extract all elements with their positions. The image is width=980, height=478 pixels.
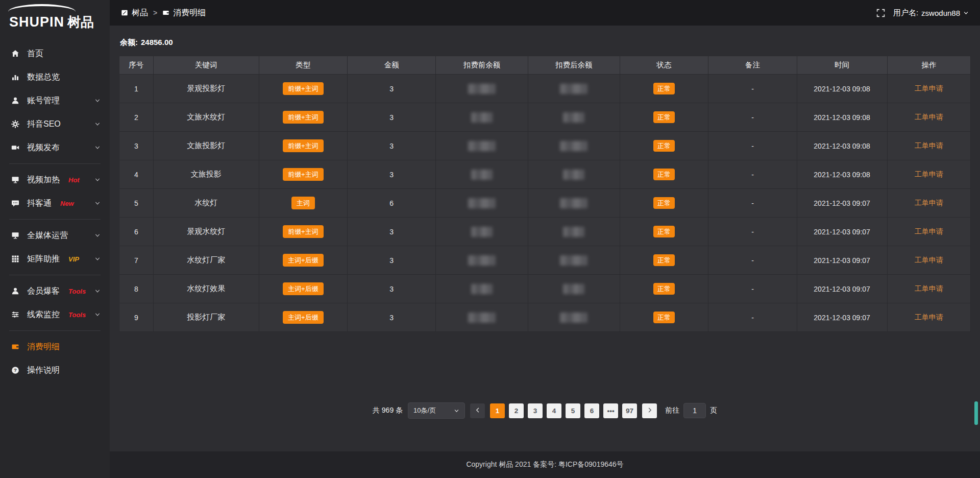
- type-badge: 前缀+主词: [283, 168, 324, 181]
- ticket-apply-link[interactable]: 工单申请: [915, 170, 943, 178]
- ticket-apply-link[interactable]: 工单申请: [915, 84, 943, 92]
- goto-page-input[interactable]: [683, 403, 706, 418]
- cell-remark: -: [708, 275, 797, 303]
- breadcrumb-item-consume-detail[interactable]: 消费明细: [162, 8, 206, 18]
- cell-status: 正常: [620, 189, 708, 218]
- chevron-down-icon: [94, 98, 101, 104]
- chevron-down-icon: [94, 177, 101, 183]
- topbar: 树品 > 消费明细 用户名: zswodun88: [110, 0, 980, 26]
- ticket-apply-link[interactable]: 工单申请: [915, 313, 943, 321]
- chat-icon: [11, 199, 19, 207]
- sidebar-item-home[interactable]: 首页: [0, 42, 110, 65]
- redacted-value: [560, 313, 587, 323]
- page-ellipsis-button[interactable]: •••: [603, 403, 618, 418]
- type-badge: 前缀+主词: [283, 82, 324, 95]
- total-count: 共 969 条: [373, 406, 403, 415]
- sidebar-item-douyin-seo[interactable]: 抖音SEO: [0, 112, 110, 136]
- sidebar-item-leads-monitor[interactable]: 线索监控Tools: [0, 303, 110, 326]
- user-menu[interactable]: 用户名: zswodun88: [893, 8, 969, 18]
- page-button-97[interactable]: 97: [622, 403, 637, 418]
- sidebar-item-member-burst[interactable]: 会员爆客Tools: [0, 279, 110, 303]
- cell-status: 正常: [620, 303, 708, 332]
- status-badge: 正常: [653, 197, 675, 209]
- status-badge: 正常: [653, 254, 675, 267]
- ticket-apply-link[interactable]: 工单申请: [915, 256, 943, 264]
- sidebar-item-consume-detail[interactable]: 消费明细: [0, 335, 110, 358]
- chevron-down-icon: [94, 312, 101, 318]
- sidebar-item-account-manage[interactable]: 账号管理: [0, 89, 110, 112]
- page-button-2[interactable]: 2: [509, 403, 524, 418]
- page-size-select[interactable]: 10条/页: [408, 402, 465, 419]
- cell-keyword: 文旅投影: [153, 160, 259, 189]
- cell-type: 主词+后缀: [259, 275, 347, 303]
- page-button-5[interactable]: 5: [566, 403, 580, 418]
- status-badge: 正常: [653, 169, 675, 181]
- page-button-3[interactable]: 3: [528, 403, 543, 418]
- prev-page-button[interactable]: [470, 403, 485, 418]
- table-row: 7水纹灯厂家主词+后缀3正常-2021-12-03 09:07工单申请: [119, 246, 971, 275]
- type-badge: 前缀+主词: [283, 111, 324, 124]
- cell-time: 2021-12-03 09:07: [797, 189, 887, 218]
- cell-type: 主词+后缀: [259, 246, 347, 275]
- sidebar-item-tag: Tools: [68, 311, 86, 319]
- column-header: 金额: [348, 56, 436, 75]
- scroll-indicator[interactable]: [974, 401, 978, 425]
- page-button-4[interactable]: 4: [547, 403, 561, 418]
- column-header: 状态: [620, 56, 708, 75]
- sidebar-item-media-ops[interactable]: 全媒体运营: [0, 224, 110, 247]
- sidebar-item-matrix-boost[interactable]: 矩阵助推VIP: [0, 247, 110, 271]
- gear-icon: [11, 120, 19, 128]
- status-badge: 正常: [653, 312, 675, 324]
- balance: 余额:24856.00: [120, 38, 970, 47]
- column-header: 操作: [887, 56, 971, 75]
- ticket-apply-link[interactable]: 工单申请: [915, 141, 943, 150]
- cell-time: 2021-12-03 09:08: [797, 75, 887, 103]
- sidebar-item-video-publish[interactable]: 视频发布: [0, 136, 110, 159]
- column-header: 扣费前余额: [436, 56, 528, 75]
- cell-balance-before: [436, 103, 528, 132]
- screen-icon: [11, 176, 19, 184]
- sidebar-item-video-heat[interactable]: 视频加热Hot: [0, 168, 110, 192]
- fullscreen-icon[interactable]: [876, 9, 885, 17]
- sidebar-item-label: 消费明细: [27, 342, 60, 352]
- page-button-6[interactable]: 6: [584, 403, 599, 418]
- logo[interactable]: SHUPIN树品: [0, 0, 110, 38]
- type-badge: 前缀+主词: [283, 225, 324, 238]
- cell-keyword: 水纹灯: [153, 189, 259, 218]
- page-button-1[interactable]: 1: [490, 403, 505, 418]
- cell-amount: 3: [348, 218, 436, 246]
- column-header: 序号: [119, 56, 154, 75]
- breadcrumb-item-shupin[interactable]: 树品: [121, 8, 148, 18]
- sidebar-divider: [9, 163, 101, 164]
- goto-unit: 页: [710, 406, 717, 415]
- cell-keyword: 文旅投影灯: [153, 132, 259, 160]
- sidebar-item-doukertong[interactable]: 抖客通New: [0, 192, 110, 215]
- sidebar-item-help[interactable]: ?操作说明: [0, 358, 110, 382]
- username-value: zswodun88: [921, 9, 960, 17]
- cell-amount: 3: [348, 103, 436, 132]
- sliders-icon: [11, 310, 19, 319]
- cell-time: 2021-12-03 09:08: [797, 103, 887, 132]
- ticket-apply-link[interactable]: 工单申请: [915, 227, 943, 235]
- logo-text-cn: 树品: [67, 14, 94, 30]
- sidebar-item-data-overview[interactable]: 数据总览: [0, 65, 110, 89]
- cell-time: 2021-12-03 09:08: [797, 132, 887, 160]
- type-badge: 主词+后缀: [283, 282, 324, 296]
- svg-text:?: ?: [14, 367, 17, 373]
- user-icon: [11, 97, 19, 105]
- cell-status: 正常: [620, 132, 708, 160]
- breadcrumb: 树品 > 消费明细: [121, 8, 206, 18]
- next-page-button[interactable]: [642, 403, 657, 418]
- cell-index: 3: [119, 132, 154, 160]
- sidebar-item-label: 抖音SEO: [27, 119, 61, 130]
- cell-keyword: 投影灯厂家: [153, 303, 259, 332]
- ticket-apply-link[interactable]: 工单申请: [915, 113, 943, 121]
- ticket-apply-link[interactable]: 工单申请: [915, 284, 943, 293]
- consume-table: 序号关键词类型金额扣费前余额扣费后余额状态备注时间操作 1景观投影灯前缀+主词3…: [119, 56, 971, 332]
- cell-type: 前缀+主词: [259, 75, 347, 103]
- chevron-down-icon: [94, 145, 101, 151]
- sidebar-divider: [9, 330, 101, 331]
- video-icon: [11, 144, 19, 152]
- ticket-apply-link[interactable]: 工单申请: [915, 199, 943, 207]
- cell-balance-before: [436, 132, 528, 160]
